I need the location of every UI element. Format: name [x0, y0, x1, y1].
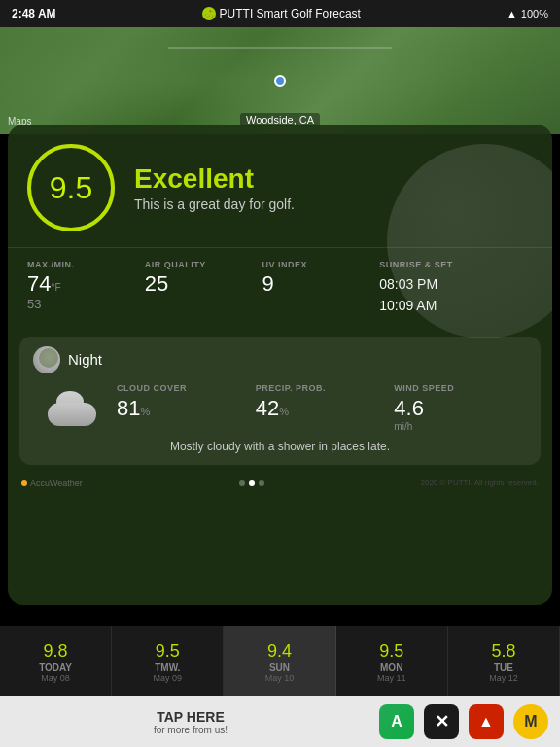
- score-value: 9.5: [50, 170, 92, 206]
- location-dot: [274, 75, 286, 87]
- tap-sub-text: for more from us!: [12, 725, 369, 735]
- max-min-label: MAX./MIN.: [27, 260, 137, 269]
- stat-sunrise-sunset: SUNRISE & SET 08:03 PM 10:09 AM: [379, 260, 533, 317]
- forecast-date: May 12: [489, 673, 518, 683]
- forecast-date: May 11: [377, 673, 406, 683]
- forecast-score: 5.8: [491, 641, 515, 661]
- page-dot-1: [239, 480, 245, 486]
- tap-here-area[interactable]: TAP HERE for more from us!: [12, 709, 369, 735]
- battery-icon: 100%: [521, 8, 548, 19]
- precip-prob-stat: PRECIP. PROB. 42%: [256, 383, 389, 421]
- forecast-day-mon[interactable]: 9.5 MON May 11: [336, 626, 448, 696]
- forecast-score: 9.4: [267, 641, 292, 661]
- stat-uv-index: UV INDEX 9: [262, 260, 371, 317]
- forecast-day-label: TMW.: [155, 662, 180, 673]
- forecast-score: 9.8: [44, 641, 68, 661]
- status-time: 2:48 AM: [12, 7, 56, 20]
- sunrise-time: 08:03 PM: [379, 273, 533, 295]
- min-temp-value: 53: [27, 297, 137, 311]
- page-dots: [239, 480, 264, 486]
- weather-detail-row: CLOUD COVER 81% PRECIP. PROB. 42% WIND S…: [33, 383, 527, 432]
- stat-max-min: MAX./MIN. 74°F 53: [27, 260, 137, 317]
- tap-main-text: TAP HERE: [12, 709, 369, 725]
- forecast-day-label: SUN: [269, 662, 290, 673]
- sunrise-sunset-label: SUNRISE & SET: [379, 260, 533, 269]
- stat-air-quality: AIR QUALITY 25: [145, 260, 255, 317]
- forecast-day-tmw.[interactable]: 9.5 TMW. May 09: [112, 626, 224, 696]
- score-section: 9.5 Excellent This is a great day for go…: [8, 124, 552, 247]
- uv-index-label: UV INDEX: [262, 260, 371, 269]
- period-header: Night: [33, 346, 527, 374]
- weather-description: Mostly cloudy with a shower in places la…: [33, 432, 527, 455]
- cloud-cover-label: CLOUD COVER: [117, 383, 250, 393]
- uv-index-value: 9: [262, 273, 371, 295]
- wind-speed-stat: WIND SPEED 4.6 mi/h: [394, 383, 527, 432]
- max-temp-value: 74°F: [27, 273, 137, 295]
- page-dot-2: [249, 480, 255, 486]
- wind-speed-unit: mi/h: [394, 421, 527, 432]
- moon-icon: [33, 346, 60, 374]
- score-rating: Excellent: [134, 163, 295, 195]
- forecast-bar: 9.8 TODAY May 08 9.5 TMW. May 09 9.4 SUN…: [0, 626, 560, 696]
- data-source: AccuWeather: [21, 479, 83, 488]
- copyright: 2020 © PUTTI. All rights reserved.: [420, 479, 539, 487]
- forecast-date: May 09: [154, 673, 183, 683]
- wind-speed-value: 4.6: [394, 396, 527, 421]
- weather-icon-area: [33, 383, 111, 430]
- status-bar: 2:48 AM ⛳ PUTTI Smart Golf Forecast ▲ 10…: [0, 0, 560, 27]
- period-label: Night: [68, 351, 102, 368]
- wind-speed-label: WIND SPEED: [394, 383, 527, 393]
- app-icon-red-tri[interactable]: ▲: [469, 704, 504, 739]
- precip-prob-value: 42%: [256, 396, 389, 421]
- app-title: PUTTI Smart Golf Forecast: [220, 7, 361, 20]
- page-dot-3: [259, 480, 264, 486]
- app-icon-green-a[interactable]: A: [379, 704, 414, 739]
- precip-prob-label: PRECIP. PROB.: [256, 383, 389, 393]
- map-area: Maps Woodside, CA: [0, 27, 560, 134]
- card-footer: AccuWeather 2020 © PUTTI. All rights res…: [8, 473, 552, 494]
- forecast-day-label: TUE: [494, 662, 513, 673]
- source-dot: [21, 480, 27, 486]
- forecast-day-sun[interactable]: 9.4 SUN May 10: [224, 626, 335, 696]
- forecast-score: 9.5: [379, 641, 403, 661]
- cloud-cover-value: 81%: [117, 396, 250, 421]
- app-bar: TAP HERE for more from us! A✕▲M: [0, 696, 560, 747]
- forecast-day-today[interactable]: 9.8 TODAY May 08: [0, 626, 112, 696]
- stats-row: MAX./MIN. 74°F 53 AIR QUALITY 25 UV INDE…: [8, 247, 552, 329]
- forecast-date: May 08: [41, 673, 70, 683]
- golf-icon: ⛳: [202, 7, 216, 20]
- app-title-bar: ⛳ PUTTI Smart Golf Forecast: [202, 7, 361, 20]
- score-text: Excellent This is a great day for golf.: [134, 163, 295, 212]
- forecast-date: May 10: [265, 673, 295, 683]
- forecast-score: 9.5: [156, 641, 180, 661]
- sunset-time: 10:09 AM: [379, 295, 533, 316]
- status-icons: ▲ 100%: [507, 8, 548, 19]
- forecast-day-label: MON: [380, 662, 402, 673]
- app-icon-yellow-m[interactable]: M: [513, 704, 548, 739]
- forecast-day-label: TODAY: [39, 662, 72, 673]
- score-description: This is a great day for golf.: [134, 196, 295, 212]
- source-label: AccuWeather: [30, 479, 83, 488]
- weather-card: Night CLOUD COVER 81% PRECIP. PROB. 42%: [19, 337, 541, 465]
- cloud-cover-stat: CLOUD COVER 81%: [117, 383, 250, 421]
- wifi-icon: ▲: [507, 8, 517, 19]
- score-circle: 9.5: [27, 144, 115, 231]
- main-card: 9.5 Excellent This is a great day for go…: [8, 124, 552, 605]
- cloud-icon: [43, 387, 101, 426]
- forecast-day-tue[interactable]: 5.8 TUE May 12: [448, 626, 560, 696]
- app-icon-dark-x[interactable]: ✕: [424, 704, 459, 739]
- air-quality-value: 25: [145, 273, 255, 295]
- air-quality-label: AIR QUALITY: [145, 260, 255, 269]
